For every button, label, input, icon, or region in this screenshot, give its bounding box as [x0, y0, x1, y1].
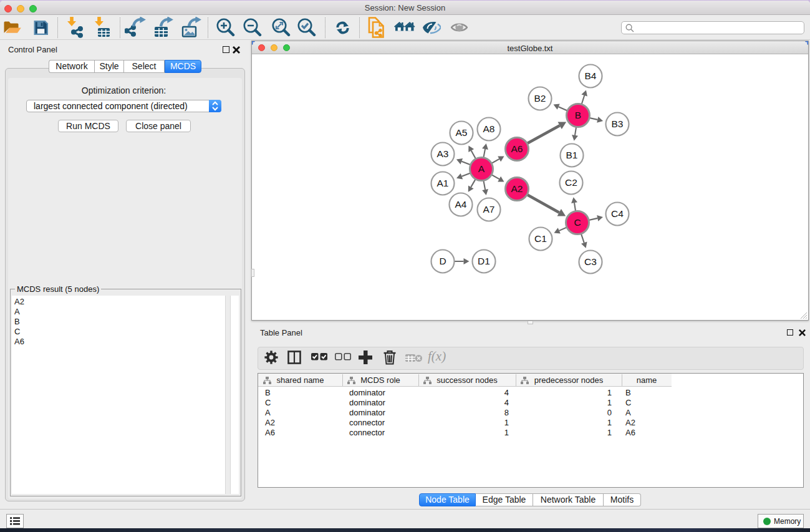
svg-text:C: C — [574, 217, 581, 228]
svg-text:B2: B2 — [534, 93, 546, 104]
svg-text:B3: B3 — [612, 118, 624, 129]
svg-text:A3: A3 — [437, 148, 449, 159]
svg-text:B: B — [575, 110, 581, 120]
svg-text:D1: D1 — [478, 256, 490, 266]
svg-text:C2: C2 — [565, 177, 577, 188]
svg-text:B4: B4 — [585, 70, 597, 81]
svg-text:A7: A7 — [483, 204, 495, 215]
svg-text:A1: A1 — [437, 178, 449, 188]
svg-text:A4: A4 — [455, 199, 467, 210]
svg-text:A5: A5 — [456, 127, 468, 138]
svg-text:C3: C3 — [584, 256, 597, 267]
svg-text:A6: A6 — [511, 143, 523, 154]
svg-text:B1: B1 — [566, 150, 578, 160]
svg-text:D: D — [439, 256, 446, 266]
svg-text:C1: C1 — [534, 233, 547, 244]
svg-text:A8: A8 — [483, 123, 495, 134]
svg-text:A2: A2 — [511, 183, 523, 194]
svg-text:C4: C4 — [611, 208, 624, 219]
svg-text:A: A — [478, 163, 485, 174]
